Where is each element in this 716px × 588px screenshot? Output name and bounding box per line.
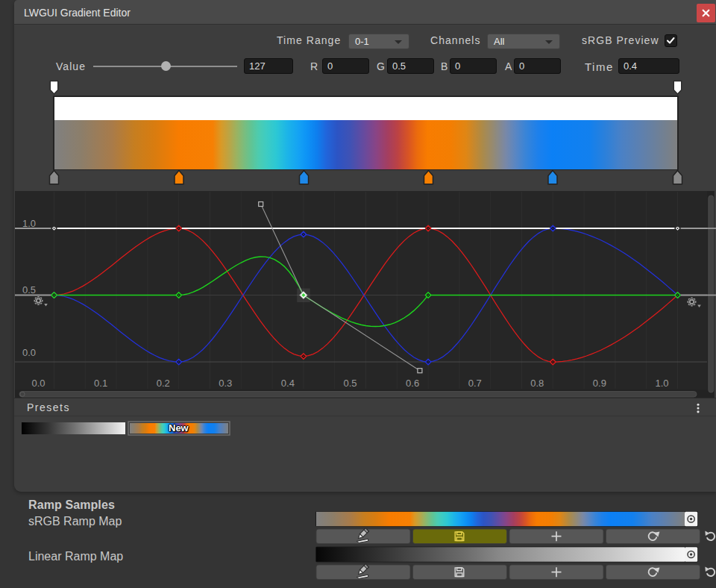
svg-text:1.0: 1.0 <box>655 378 668 389</box>
svg-text:0.5: 0.5 <box>343 378 357 389</box>
svg-text:0.1: 0.1 <box>94 378 107 389</box>
svg-text:0.9: 0.9 <box>593 378 606 389</box>
svg-text:0.7: 0.7 <box>468 378 482 389</box>
svg-text:0.0: 0.0 <box>31 378 45 389</box>
svg-text:0.5: 0.5 <box>22 284 36 295</box>
svg-text:0.6: 0.6 <box>406 378 419 389</box>
svg-text:0.8: 0.8 <box>530 378 544 389</box>
svg-text:0.0: 0.0 <box>22 347 36 358</box>
svg-text:0.2: 0.2 <box>157 378 170 389</box>
svg-text:0.4: 0.4 <box>281 378 295 389</box>
svg-text:1.0: 1.0 <box>22 218 36 229</box>
svg-text:0.3: 0.3 <box>219 378 232 389</box>
